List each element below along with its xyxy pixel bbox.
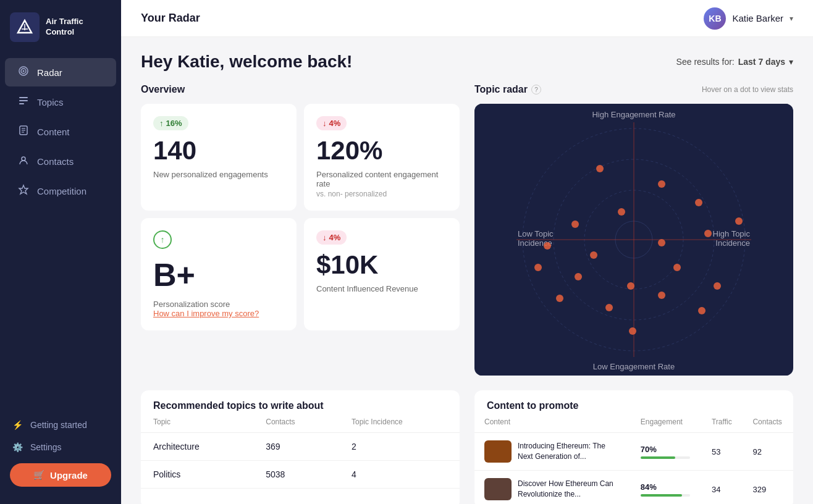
- topic-contacts: 369: [253, 433, 339, 461]
- overview-title: Overview: [141, 84, 460, 95]
- topic-name: Architecture: [141, 433, 253, 461]
- sidebar-label-contacts: Contacts: [37, 156, 74, 167]
- content-promote-title: Content to promote: [474, 390, 793, 411]
- radar-section: Topic radar ? Hover on a dot to view sta…: [474, 84, 793, 376]
- radar-header: Topic radar ? Hover on a dot to view sta…: [474, 84, 793, 95]
- content-engagement: 70%: [631, 433, 702, 471]
- stat-value-engagements: 140: [153, 138, 284, 164]
- content-icon: [17, 125, 30, 138]
- content-title-text: Discover How Ethereum Can Revolutionize …: [518, 479, 617, 500]
- svg-point-30: [695, 199, 702, 206]
- svg-point-34: [590, 251, 597, 259]
- svg-point-13: [22, 157, 25, 161]
- chevron-down-icon: ▾: [790, 14, 793, 23]
- radar-title: Topic radar: [474, 84, 528, 95]
- content-traffic: 53: [702, 433, 743, 471]
- topics-table: Topic Contacts Topic Incidence Architect…: [141, 411, 460, 489]
- stat-label-engagement-rate: Personalized content engagement rate: [316, 170, 447, 188]
- svg-text:Low Topic: Low Topic: [518, 229, 554, 238]
- upgrade-button[interactable]: 🛒 Upgrade: [10, 463, 111, 487]
- topic-name: Politics: [141, 461, 253, 489]
- content-promote-card: Content to promote Content Engagement Tr…: [474, 390, 793, 504]
- topic-incidence: 4: [339, 461, 460, 489]
- badge-revenue: ↓ 4%: [316, 230, 347, 245]
- date-filter[interactable]: See results for: Last 7 days ▾: [676, 57, 793, 67]
- content-col-traffic: Traffic: [702, 411, 743, 433]
- getting-started-label: Getting started: [30, 420, 87, 430]
- getting-started-icon: ⚡: [12, 420, 23, 430]
- svg-point-41: [673, 264, 681, 271]
- arrow-up-icon: ↑: [159, 119, 164, 128]
- date-filter-value: Last 7 days: [738, 57, 785, 67]
- logo: Air Traffic Control: [0, 0, 121, 52]
- svg-point-28: [596, 165, 604, 172]
- topic-contacts: 5038: [253, 461, 339, 489]
- svg-text:High Topic: High Topic: [713, 229, 751, 238]
- svg-point-31: [618, 208, 625, 216]
- content-item: Introducing Ethereum: The Next Generatio…: [474, 433, 631, 471]
- content-col-contacts: Contacts: [743, 411, 793, 433]
- overview-section: Overview ↑ 16% 140 New personalized enga…: [141, 84, 460, 376]
- upgrade-cart-icon: 🛒: [33, 469, 45, 481]
- topics-col-incidence: Topic Incidence: [339, 411, 460, 433]
- arrow-down-icon: ↓: [322, 119, 327, 128]
- app-header: Your Radar KB Katie Barker ▾: [121, 0, 813, 37]
- stat-sublabel-engagement-rate: vs. non- personalized: [316, 190, 447, 198]
- sidebar-bottom: ⚡ Getting started ⚙️ Settings 🛒 Upgrade: [0, 406, 121, 504]
- user-name: Katie Barker: [732, 13, 783, 23]
- recommended-topics-title: Recommended topics to write about: [141, 390, 460, 411]
- badge-engagement-rate: ↓ 4%: [316, 116, 347, 130]
- topic-radar-chart: High Engagement Rate Low Engagement Rate…: [474, 104, 793, 376]
- arrow-down-icon-2: ↓: [322, 233, 327, 242]
- user-menu[interactable]: KB Katie Barker ▾: [704, 7, 793, 30]
- sidebar-item-topics[interactable]: Topics: [5, 88, 116, 116]
- svg-rect-6: [19, 97, 28, 98]
- sidebar-item-contacts[interactable]: Contacts: [5, 147, 116, 175]
- improve-score-link[interactable]: How can I improve my score?: [153, 309, 284, 318]
- settings-label: Settings: [30, 442, 62, 452]
- sidebar-nav: Radar Topics Content Contacts Competitio…: [0, 52, 121, 406]
- overview-grid: ↑ 16% 140 New personalized engagements ↓…: [141, 104, 460, 330]
- stat-card-engagement-rate: ↓ 4% 120% Personalized content engagemen…: [304, 104, 460, 211]
- main-grid: Overview ↑ 16% 140 New personalized enga…: [141, 84, 793, 376]
- svg-point-38: [534, 264, 542, 271]
- content-col-engagement: Engagement: [631, 411, 702, 433]
- sidebar-item-radar[interactable]: Radar: [5, 58, 116, 86]
- sidebar-item-getting-started[interactable]: ⚡ Getting started: [5, 414, 116, 436]
- svg-point-29: [658, 180, 665, 188]
- content-contacts: 329: [743, 471, 793, 505]
- stat-value-revenue: $10K: [316, 252, 447, 278]
- logo-icon: [10, 12, 40, 42]
- stat-card-engagements: ↑ 16% 140 New personalized engagements: [141, 104, 297, 211]
- sidebar-label-radar: Radar: [37, 67, 62, 78]
- page-content: Hey Katie, welcome back! See results for…: [121, 37, 813, 504]
- sidebar-label-competition: Competition: [37, 186, 86, 196]
- avatar: KB: [704, 7, 726, 30]
- svg-point-47: [629, 327, 636, 335]
- sidebar-item-content[interactable]: Content: [5, 117, 116, 146]
- stat-value-engagement-rate: 120%: [316, 138, 447, 164]
- svg-point-40: [627, 282, 634, 290]
- logo-text: Air Traffic Control: [46, 17, 83, 38]
- svg-point-35: [658, 239, 665, 246]
- svg-text:Incidence: Incidence: [715, 238, 750, 248]
- content-traffic: 34: [702, 471, 743, 505]
- content-contacts: 92: [743, 433, 793, 471]
- topics-icon: [17, 95, 30, 109]
- sidebar-item-competition[interactable]: Competition: [5, 177, 116, 205]
- svg-point-46: [698, 307, 706, 314]
- date-filter-chevron: ▾: [789, 57, 793, 67]
- sidebar-item-settings[interactable]: ⚙️ Settings: [5, 436, 116, 458]
- topics-col-topic: Topic: [141, 411, 253, 433]
- radar-title-row: Topic radar ?: [474, 84, 541, 95]
- radar-icon: [17, 65, 30, 79]
- stat-value-score: B+: [153, 256, 284, 293]
- svg-rect-7: [19, 100, 28, 101]
- date-filter-label: See results for:: [676, 57, 735, 67]
- main-content: Your Radar KB Katie Barker ▾ Hey Katie, …: [121, 0, 813, 504]
- content-table: Content Engagement Traffic Contacts Intr…: [474, 411, 793, 504]
- recommended-topics-card: Recommended topics to write about Topic …: [141, 390, 460, 504]
- page-header: Hey Katie, welcome back! See results for…: [141, 52, 793, 72]
- contacts-icon: [17, 154, 30, 168]
- stat-card-score: ↑ B+ Personalization score How can I imp…: [141, 218, 297, 330]
